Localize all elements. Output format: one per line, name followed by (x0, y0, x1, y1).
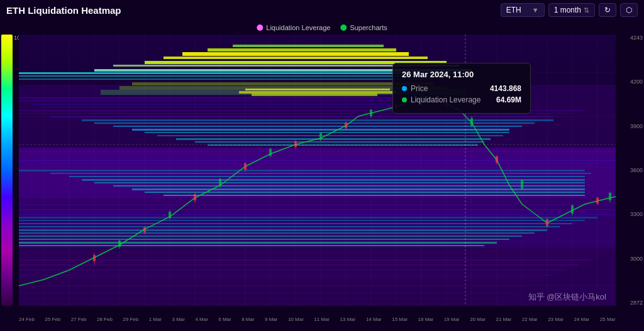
svg-rect-86 (239, 91, 396, 94)
date-label: 9 Mar (265, 317, 277, 322)
svg-rect-137 (546, 219, 548, 226)
date-label: 24 Mar (574, 317, 590, 322)
svg-rect-42 (113, 185, 585, 187)
svg-rect-23 (94, 122, 535, 124)
svg-rect-39 (69, 176, 585, 177)
tooltip-price-row: Price 4143.868 (402, 84, 521, 93)
screenshot-button[interactable]: ⬡ (620, 3, 638, 17)
svg-rect-125 (244, 163, 247, 170)
svg-rect-45 (164, 195, 585, 196)
tooltip-price-value: 4143.868 (490, 84, 521, 93)
date-label: 20 Mar (470, 317, 486, 322)
svg-rect-26 (145, 132, 509, 133)
date-label: 14 Mar (366, 317, 382, 322)
liquidation-label: Liquidation Leverage (266, 24, 330, 31)
date-label: 25 Feb (45, 317, 60, 322)
axis-label-2872: 2872 (630, 300, 643, 306)
svg-rect-58 (19, 232, 535, 234)
svg-rect-81 (19, 298, 503, 300)
svg-rect-119 (93, 255, 96, 261)
svg-rect-51 (19, 212, 610, 212)
supercharts-dot (340, 24, 347, 31)
date-label: 4 Mar (195, 317, 208, 322)
svg-rect-147 (269, 149, 272, 156)
axis-label-3300: 3300 (630, 211, 643, 217)
svg-rect-135 (496, 156, 498, 163)
svg-rect-57 (19, 229, 547, 231)
svg-rect-43 (132, 188, 585, 190)
header: ETH Liquidation Heatmap ETH ▼ 1 month ⇅ … (0, 0, 644, 20)
date-label: 1 Mar (149, 317, 162, 322)
axis-label-3000: 3000 (630, 256, 643, 262)
symbol-select[interactable]: ETH ▼ (501, 3, 545, 17)
svg-rect-77 (19, 286, 528, 287)
liquidation-dot (257, 24, 263, 31)
axis-label-4243: 4243 (630, 35, 643, 41)
svg-rect-66 (19, 257, 597, 258)
svg-rect-80 (19, 295, 509, 296)
svg-rect-159 (571, 205, 574, 214)
page-title: ETH Liquidation Heatmap (6, 5, 121, 16)
legend-item-supercharts: Supercharts (340, 24, 387, 31)
svg-rect-72 (19, 272, 560, 273)
svg-rect-123 (194, 194, 196, 200)
timeframe-select[interactable]: 1 month ⇅ (548, 3, 595, 17)
date-label: 8 Mar (242, 317, 254, 322)
date-label: 23 Mar (548, 317, 564, 322)
svg-rect-30 (208, 144, 478, 146)
symbol-label: ETH (506, 6, 521, 14)
legend-item-liquidation: Liquidation Leverage (257, 24, 330, 31)
svg-rect-7 (19, 79, 428, 80)
svg-rect-34 (19, 160, 616, 161)
svg-rect-44 (145, 192, 585, 193)
svg-rect-143 (169, 212, 171, 218)
svg-rect-61 (19, 242, 497, 244)
date-label: 15 Mar (392, 317, 408, 322)
controls-group: ETH ▼ 1 month ⇅ ↻ ⬡ (501, 3, 638, 17)
svg-rect-28 (176, 138, 491, 140)
date-label: 6 Mar (218, 317, 231, 322)
svg-rect-82 (19, 301, 497, 303)
svg-rect-50 (19, 209, 616, 210)
svg-rect-6 (19, 75, 447, 77)
svg-rect-13 (208, 48, 396, 52)
svg-rect-121 (143, 227, 146, 232)
axis-label-3900: 3900 (630, 123, 643, 129)
svg-rect-79 (19, 292, 516, 293)
svg-rect-47 (19, 202, 616, 202)
date-label: 29 Feb (123, 317, 138, 322)
color-scale-bar (1, 35, 13, 306)
svg-rect-52 (19, 214, 616, 215)
date-label: 24 Feb (19, 317, 35, 322)
axis-label-4200: 4200 (630, 79, 643, 85)
svg-rect-145 (219, 179, 221, 186)
svg-rect-139 (596, 198, 599, 203)
svg-rect-74 (19, 277, 547, 278)
bottom-axis: 24 Feb 25 Feb 27 Feb 28 Feb 29 Feb 1 Mar… (19, 307, 616, 331)
svg-rect-60 (19, 239, 509, 240)
svg-rect-56 (19, 226, 560, 227)
tooltip: 26 Mar 2024, 11:00 Price 4143.868 Liquid… (392, 63, 531, 114)
axis-label-3600: 3600 (630, 167, 643, 173)
svg-rect-53 (19, 217, 597, 219)
date-label: 19 Mar (444, 317, 460, 322)
date-label: 10 Mar (288, 317, 304, 322)
date-label: 21 Mar (496, 317, 512, 322)
date-label: 25 Mar (600, 317, 616, 322)
svg-rect-22 (82, 119, 553, 121)
svg-rect-71 (19, 269, 566, 271)
refresh-button[interactable]: ↻ (599, 3, 616, 17)
svg-rect-31 (19, 151, 616, 152)
svg-rect-48 (19, 204, 610, 205)
svg-rect-46 (19, 199, 616, 200)
svg-rect-65 (19, 254, 604, 256)
date-label: 27 Feb (71, 317, 87, 322)
date-label: 22 Mar (522, 317, 538, 322)
svg-rect-49 (19, 207, 604, 207)
svg-rect-54 (19, 220, 585, 221)
svg-rect-161 (609, 193, 611, 200)
svg-rect-41 (94, 182, 585, 183)
date-label: 13 Mar (340, 317, 356, 322)
svg-rect-36 (19, 166, 616, 168)
svg-rect-73 (19, 274, 553, 276)
